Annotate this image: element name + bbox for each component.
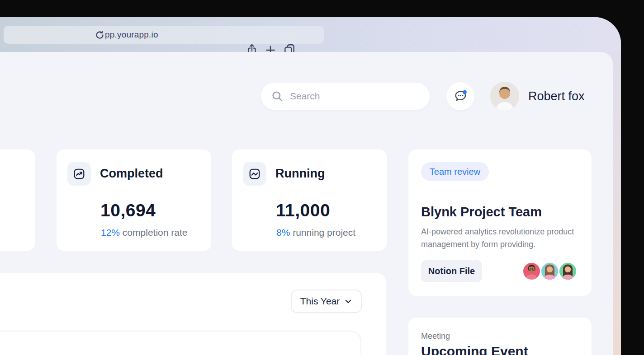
user-avatar[interactable] bbox=[490, 82, 519, 111]
meeting-label: Meeting bbox=[421, 332, 450, 341]
user-name[interactable]: Robert fox bbox=[528, 89, 585, 103]
search-bar[interactable] bbox=[261, 83, 430, 110]
meeting-title: Upcoming Event bbox=[421, 344, 528, 355]
chat-button[interactable] bbox=[446, 82, 474, 110]
trending-up-icon bbox=[67, 162, 91, 186]
browser-chrome-bar: pp.yourapp.io bbox=[0, 17, 621, 52]
address-url-text: pp.yourapp.io bbox=[105, 30, 158, 40]
reload-icon[interactable] bbox=[95, 30, 104, 40]
chat-bubble-icon bbox=[453, 89, 468, 103]
team-review-card: Team review Blynk Project Team AI-powere… bbox=[408, 149, 592, 296]
address-bar[interactable] bbox=[4, 26, 324, 44]
stat-value: 11,000 bbox=[276, 201, 330, 220]
stat-card-completed: Completed 10,694 12% completion rate bbox=[57, 149, 211, 251]
team-card-description-line2: management by form providing. bbox=[421, 240, 535, 249]
team-member-avatar-3[interactable] bbox=[559, 262, 577, 280]
team-member-avatar-1[interactable] bbox=[522, 262, 541, 280]
chart-plot-area bbox=[0, 331, 361, 355]
stat-title: Running bbox=[275, 167, 325, 181]
period-filter-label: This Year bbox=[300, 296, 340, 307]
address-url[interactable]: pp.yourapp.io bbox=[95, 28, 158, 42]
team-review-badge[interactable]: Team review bbox=[421, 162, 489, 181]
team-card-title: Blynk Project Team bbox=[421, 205, 542, 220]
screenshot-stage: pp.yourapp.io bbox=[0, 0, 644, 355]
chart-card: This Year bbox=[0, 273, 386, 355]
stat-subtitle: 12% completion rate bbox=[101, 227, 187, 238]
search-icon bbox=[271, 90, 284, 103]
stat-card-partial: t ects bbox=[0, 149, 35, 251]
team-member-avatar-2[interactable] bbox=[540, 262, 559, 280]
stat-title: Completed bbox=[100, 167, 163, 181]
team-card-description-line1: AI-powered analytics revolutionize produ… bbox=[421, 227, 574, 237]
meeting-card: Meeting Upcoming Event bbox=[408, 318, 592, 355]
stat-rate-text: completion rate bbox=[120, 227, 187, 238]
chevron-down-icon bbox=[344, 297, 352, 305]
notion-file-button[interactable]: Notion File bbox=[421, 260, 482, 282]
period-filter-dropdown[interactable]: This Year bbox=[291, 290, 362, 313]
activity-wave-icon bbox=[243, 162, 266, 186]
search-input[interactable] bbox=[290, 83, 421, 110]
stat-subtitle: 8% running project bbox=[276, 227, 355, 238]
stat-rate: 12% bbox=[101, 227, 120, 238]
stat-rate: 8% bbox=[276, 227, 290, 238]
stat-card-running: Running 11,000 8% running project bbox=[232, 149, 387, 251]
stat-value: 10,694 bbox=[100, 201, 156, 220]
stat-rate-text: running project bbox=[290, 227, 355, 238]
